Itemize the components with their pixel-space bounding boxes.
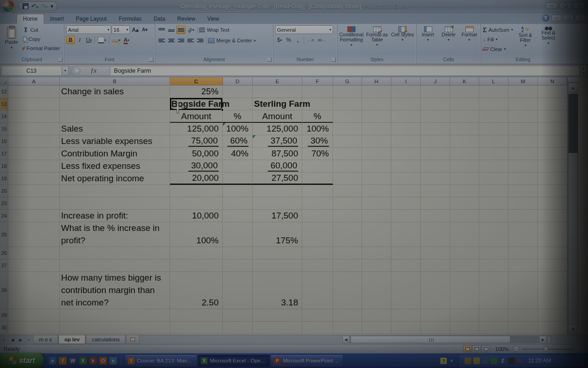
cell-J29[interactable] [421, 309, 450, 322]
cell-M12[interactable] [509, 86, 538, 98]
cell-N12[interactable] [538, 86, 567, 98]
wrap-text-button[interactable]: Wrap Text [199, 26, 229, 34]
cell-C15[interactable]: 125,000 [170, 123, 223, 135]
font-dialog-launcher-icon[interactable] [149, 58, 153, 62]
row-header-14[interactable]: 14 [0, 110, 8, 123]
cell-K17[interactable] [450, 148, 479, 160]
cell-E13[interactable]: Sterling Farm [253, 98, 302, 110]
cell-A20[interactable] [8, 185, 60, 197]
cell-D14[interactable]: % [223, 110, 253, 123]
cell-F29[interactable] [302, 309, 333, 322]
cell-H19[interactable] [362, 172, 391, 185]
decrease-indent-button[interactable] [186, 36, 195, 45]
ribbon-tab-insert[interactable]: Insert [44, 14, 70, 24]
zoom-slider[interactable]: − + [514, 346, 582, 352]
row-header-24[interactable]: 24 [0, 210, 8, 222]
select-all-corner[interactable] [0, 77, 8, 86]
col-header-F[interactable]: F [302, 77, 333, 86]
cell-L20[interactable] [479, 185, 509, 197]
cell-M15[interactable] [509, 123, 538, 135]
underline-button[interactable]: U▾ [85, 36, 93, 44]
quick-launch-excel-icon[interactable]: X [79, 357, 87, 365]
col-header-M[interactable]: M [509, 77, 538, 86]
close-button[interactable]: × [573, 2, 585, 9]
zoom-slider-thumb[interactable] [544, 346, 548, 351]
cell-L24[interactable] [479, 210, 509, 222]
scroll-left-icon[interactable]: ◀ [342, 336, 350, 343]
cell-L15[interactable] [479, 123, 509, 135]
accounting-format-button[interactable]: $▾ [275, 36, 284, 44]
cell-J25[interactable] [421, 222, 450, 247]
cell-H25[interactable] [362, 222, 391, 247]
cell-K26[interactable] [450, 247, 479, 259]
sheet-tab-m-o-s[interactable]: m o s [33, 335, 58, 344]
cell-I18[interactable] [391, 160, 421, 172]
percent-style-button[interactable]: % [284, 36, 293, 44]
cell-C18[interactable]: 30,000 [170, 160, 223, 172]
sort-filter-button[interactable]: AZ Sort & Filter▾ [515, 25, 536, 56]
ribbon-tab-home[interactable]: Home [17, 14, 44, 24]
horizontal-scrollbar[interactable]: ◀ ▶ [342, 335, 551, 344]
cell-C19[interactable]: 20,000 [170, 172, 223, 185]
start-button[interactable]: start [0, 353, 44, 368]
row-header-28[interactable]: 28 [0, 272, 8, 309]
cell-J26[interactable] [421, 247, 450, 259]
cell-D19[interactable] [223, 172, 253, 185]
cell-N13[interactable] [538, 98, 567, 110]
cell-N27[interactable] [538, 259, 567, 272]
cell-N23[interactable] [538, 197, 567, 210]
cell-H16[interactable] [362, 135, 391, 148]
cell-H27[interactable] [362, 259, 391, 272]
cell-L13[interactable] [479, 98, 509, 110]
cell-F30[interactable] [302, 322, 333, 334]
cell-A17[interactable] [8, 148, 60, 160]
cell-I19[interactable] [391, 172, 421, 185]
cell-I30[interactable] [391, 322, 421, 334]
cell-A27[interactable] [8, 259, 60, 272]
cell-styles-button[interactable]: Cell Styles▾ [391, 25, 415, 56]
cell-J16[interactable] [421, 135, 450, 148]
quick-launch-explorer-icon[interactable]: e [109, 357, 117, 365]
scroll-up-icon[interactable]: ▲ [568, 83, 578, 93]
cell-K24[interactable] [450, 210, 479, 222]
cell-J15[interactable] [421, 123, 450, 135]
cell-B18[interactable]: Less fixed expenses [60, 160, 170, 172]
cell-N29[interactable] [538, 309, 567, 322]
cell-A26[interactable] [8, 247, 60, 259]
horizontal-scroll-thumb[interactable] [351, 336, 510, 343]
ribbon-tab-data[interactable]: Data [147, 14, 171, 24]
middle-align-button[interactable] [167, 26, 176, 34]
number-format-select[interactable]: General▾ [275, 25, 333, 34]
cell-I29[interactable] [391, 309, 421, 322]
cell-B19[interactable]: Net operating income [60, 172, 170, 185]
cell-I23[interactable] [391, 197, 421, 210]
cell-M25[interactable] [509, 222, 538, 247]
cell-H14[interactable] [362, 110, 391, 123]
cell-M16[interactable] [509, 135, 538, 148]
cell-B15[interactable]: Sales [60, 123, 170, 135]
restore-button[interactable]: ❏ [560, 2, 571, 9]
col-header-E[interactable]: E [253, 77, 302, 86]
cell-K23[interactable] [450, 197, 479, 210]
cell-B14[interactable] [60, 110, 170, 123]
cell-J27[interactable] [421, 259, 450, 272]
cell-K20[interactable] [450, 185, 479, 197]
row-header-29[interactable]: 29 [0, 309, 8, 322]
cell-D17[interactable]: 40% [223, 148, 253, 160]
cell-J28[interactable] [421, 272, 450, 309]
cell-A12[interactable] [8, 86, 60, 98]
cell-B30[interactable] [60, 322, 170, 334]
row-header-17[interactable]: 17 [0, 148, 8, 160]
font-size-select[interactable]: 16▾ [112, 25, 130, 34]
cell-K18[interactable] [450, 160, 479, 172]
format-painter-button[interactable]: Format Painter [23, 44, 60, 52]
cell-D26[interactable] [223, 247, 253, 259]
cell-N20[interactable] [538, 185, 567, 197]
font-family-select[interactable]: Arial▾ [66, 25, 111, 34]
cell-N14[interactable] [538, 110, 567, 123]
orientation-button[interactable]: ab▾ [186, 26, 196, 34]
row-header-16[interactable]: 16 [0, 135, 8, 148]
cell-C12[interactable]: 25% [170, 86, 223, 98]
cell-A23[interactable] [8, 197, 60, 210]
cell-B26[interactable] [60, 247, 170, 259]
